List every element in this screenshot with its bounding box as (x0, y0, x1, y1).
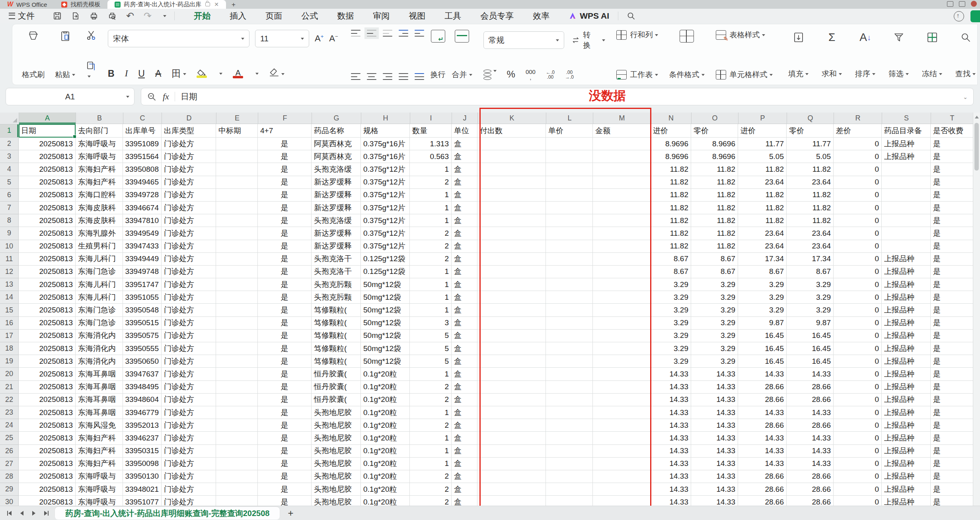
cell-N4[interactable]: 11.82 (651, 163, 691, 176)
cell-T25[interactable]: 是 (931, 432, 973, 444)
column-header-R[interactable]: R (834, 113, 882, 124)
caret-down-icon[interactable] (219, 73, 222, 75)
document-tab[interactable]: 药房-查询-出入统计-药品出库 ✕ (107, 0, 226, 9)
align-middle-button[interactable] (367, 30, 376, 37)
wrap-text-button[interactable]: 换行 (431, 30, 446, 80)
cell-D3[interactable]: 门诊处方 (162, 150, 216, 163)
cell-P15[interactable]: 3.29 (738, 304, 787, 316)
decrease-indent-button[interactable] (399, 30, 408, 37)
cell-I29[interactable]: 2 (410, 483, 452, 496)
cell-T17[interactable]: 是 (931, 330, 973, 342)
cell-R29[interactable]: 0 (834, 483, 882, 496)
cell-E21[interactable] (216, 381, 258, 394)
align-right-button[interactable] (383, 73, 392, 80)
cell-C24[interactable]: 33952013 (123, 419, 162, 432)
add-sheet-button[interactable]: + (288, 508, 293, 519)
cell-N14[interactable]: 3.29 (651, 291, 691, 304)
cell-F17[interactable]: 是 (258, 330, 312, 342)
cell-Q30[interactable]: 28.66 (787, 496, 834, 506)
cell-S5[interactable] (882, 176, 931, 189)
cell-J5[interactable]: 盒 (452, 176, 477, 189)
fill-color-button[interactable] (197, 69, 207, 78)
cell-I4[interactable]: 1 (410, 163, 452, 176)
cell-N15[interactable]: 3.29 (651, 304, 691, 316)
cell-G14[interactable]: 头孢克肟颗 (312, 291, 361, 304)
cell-I9[interactable]: 2 (410, 227, 452, 240)
column-header-T[interactable]: T (931, 113, 973, 124)
cell-A5[interactable]: 20250813 (19, 176, 76, 189)
cell-N12[interactable]: 8.67 (651, 266, 691, 278)
cell-N18[interactable]: 3.29 (651, 342, 691, 355)
row-header-27[interactable]: 27 (0, 458, 19, 470)
cell-K18[interactable] (477, 342, 546, 355)
cell-P4[interactable]: 11.82 (738, 163, 787, 176)
download-icon[interactable] (959, 1, 965, 7)
cell-D5[interactable]: 门诊处方 (162, 176, 216, 189)
cell-F21[interactable]: 是 (258, 381, 312, 394)
cell-Q27[interactable]: 14.33 (787, 458, 834, 470)
cell-J12[interactable]: 盒 (452, 266, 477, 278)
cell-F28[interactable]: 是 (258, 470, 312, 483)
export-icon[interactable] (71, 12, 80, 20)
decrease-decimal-button[interactable]: .00 →.0 (565, 70, 574, 80)
cell-A4[interactable]: 20250813 (19, 163, 76, 176)
cell-J6[interactable]: 盒 (452, 189, 477, 202)
cell-Q3[interactable]: 5.05 (787, 150, 834, 163)
cell-Q16[interactable]: 9.87 (787, 317, 834, 330)
cell-C13[interactable]: 33951747 (123, 278, 162, 291)
cell-E8[interactable] (216, 214, 258, 227)
cell-R11[interactable]: 0 (834, 253, 882, 266)
cell-P1[interactable]: 进价 (738, 124, 787, 138)
cell-R20[interactable]: 0 (834, 368, 882, 380)
cell-N3[interactable]: 8.9696 (651, 150, 691, 163)
cell-R8[interactable]: 0 (834, 214, 882, 227)
cell-J19[interactable]: 盒 (452, 355, 477, 368)
cell-T11[interactable]: 是 (931, 253, 973, 266)
cell-I11[interactable]: 2 (410, 253, 452, 266)
cell-G23[interactable]: 头孢地尼胶 (312, 406, 361, 419)
cell-F9[interactable]: 是 (258, 227, 312, 240)
cell-N24[interactable]: 14.33 (651, 419, 691, 432)
new-tab-button[interactable]: + (226, 1, 241, 9)
cell-A19[interactable]: 20250813 (19, 355, 76, 368)
cell-H26[interactable]: 0.1g*20粒 (361, 445, 410, 458)
row-header-11[interactable]: 11 (0, 253, 19, 266)
cell-T14[interactable]: 是 (931, 291, 973, 304)
cell-S23[interactable]: 上报品种 (882, 406, 931, 419)
cell-A28[interactable]: 20250813 (19, 470, 76, 483)
cell-P17[interactable]: 16.45 (738, 330, 787, 342)
cell-R2[interactable]: 0 (834, 138, 882, 150)
thousand-separator-button[interactable]: 000, (526, 69, 536, 80)
cell-M24[interactable] (593, 419, 651, 432)
cell-R24[interactable]: 0 (834, 419, 882, 432)
cell-Q28[interactable]: 28.66 (787, 470, 834, 483)
borders-button[interactable]: 田 (171, 67, 186, 80)
cell-C4[interactable]: 33950808 (123, 163, 162, 176)
cell-P11[interactable]: 17.34 (738, 253, 787, 266)
cell-E15[interactable] (216, 304, 258, 316)
cell-H2[interactable]: 0.375g*16片 (361, 138, 410, 150)
cell-B26[interactable]: 东海妇产科 (76, 445, 123, 458)
cell-Q9[interactable]: 23.64 (787, 227, 834, 240)
cell-F12[interactable]: 是 (258, 266, 312, 278)
cell-N1[interactable]: 进价 (651, 124, 691, 138)
cell-M27[interactable] (593, 458, 651, 470)
undo-icon[interactable]: ↶ (126, 10, 134, 21)
cell-O20[interactable]: 14.33 (691, 368, 738, 380)
row-header-14[interactable]: 14 (0, 291, 19, 304)
cell-I1[interactable]: 数量 (410, 124, 452, 138)
menu-tab-插入[interactable]: 插入 (229, 9, 247, 23)
cell-F10[interactable]: 是 (258, 240, 312, 253)
cell-T8[interactable]: 是 (931, 214, 973, 227)
cell-Q7[interactable]: 11.82 (787, 202, 834, 214)
bold-button[interactable]: B (108, 68, 115, 79)
cell-T9[interactable]: 是 (931, 227, 973, 240)
cell-T16[interactable]: 是 (931, 317, 973, 330)
cell-N2[interactable]: 8.9696 (651, 138, 691, 150)
cell-S25[interactable]: 上报品种 (882, 432, 931, 444)
undo-history-caret-icon[interactable] (163, 15, 166, 17)
cell-E26[interactable] (216, 445, 258, 458)
cell-I28[interactable]: 2 (410, 470, 452, 483)
select-all-corner[interactable] (0, 113, 19, 124)
zoom-equals-icon[interactable] (147, 92, 156, 101)
